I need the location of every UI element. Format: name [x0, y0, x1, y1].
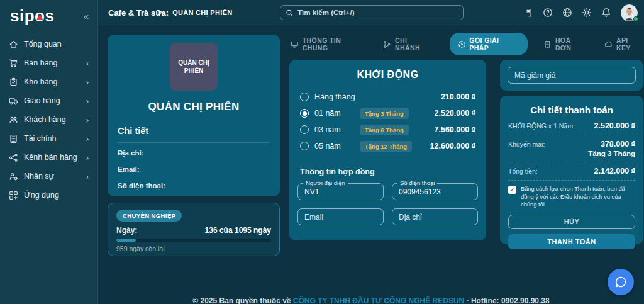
theme-sun-icon[interactable] [582, 8, 592, 18]
email-label: Email: [118, 166, 270, 173]
svg-text:$: $ [460, 42, 463, 46]
payment-title: Chi tiết thanh toán [500, 104, 643, 115]
sidebar-item-ban-hang[interactable]: Bán hàng › [0, 53, 97, 72]
discount-code-input[interactable] [508, 67, 636, 84]
plan-line-label: KHỞI ĐỘNG x 1 Năm: [508, 122, 575, 130]
solution-plan-card: KHỞI ĐỘNG Hàng tháng 210.000 ₫ 01 năm Tặ… [289, 60, 486, 240]
company-link[interactable]: CÔNG TY TNHH ĐẦU TƯ CÔNG NGHỆ REDSUN [293, 296, 464, 304]
radio-button[interactable] [300, 93, 309, 101]
option-price: 12.600.000 ₫ [430, 142, 475, 150]
search-input[interactable] [297, 9, 458, 16]
globe-icon[interactable] [562, 8, 572, 18]
phone-label: Số điện thoại: [118, 182, 270, 189]
pay-button[interactable]: THANH TOÁN [508, 234, 635, 249]
sidebar-item-kenh-ban-hang[interactable]: Kênh bán hàng › [0, 148, 97, 167]
sidebar-item-kho-hang[interactable]: Kho hàng › [0, 72, 97, 91]
option-bonus-badge: Tặng 6 Tháng [360, 125, 409, 135]
plan-line-value: 2.520.000 ₫ [594, 121, 636, 130]
promo-label: Khuyến mãi: [508, 140, 545, 148]
radio-button-selected[interactable] [300, 109, 309, 118]
logo-text: s [45, 6, 54, 26]
tab-thong-tin-chung[interactable]: THÔNG TIN CHUNG [291, 33, 367, 55]
divider [118, 142, 270, 143]
footer: © 2025 Bản quyền thuộc về CÔNG TY TNHH Đ… [98, 296, 644, 304]
option-price: 210.000 ₫ [441, 93, 475, 101]
chevron-right-icon: › [86, 97, 89, 105]
option-price: 7.560.000 ₫ [435, 125, 476, 134]
option-bonus-badge: Tặng 3 Tháng [360, 108, 409, 119]
promo-value: 378.000 ₫ [601, 140, 635, 149]
tab-hoa-don[interactable]: HOÁ ĐƠN [543, 33, 588, 55]
days-value: 136 của 1095 ngày [205, 226, 271, 235]
store-avatar: QUÁN CHỊ PHIẾN [170, 43, 218, 91]
sidebar-item-label: Kênh bán hàng [24, 153, 77, 162]
sidebar-item-giao-hang[interactable]: Giao hàng › [0, 91, 97, 110]
representative-field-wrap: Người đại diện [297, 183, 384, 200]
cloud-icon [604, 40, 613, 48]
avatar-text: PHIẾN [184, 67, 204, 75]
home-icon [9, 40, 18, 49]
plan-option-5-year[interactable]: 05 năm Tặng 12 Tháng 12.600.000 ₫ [289, 138, 486, 154]
representative-label: Người đại diện [303, 179, 348, 186]
terms-checkbox[interactable]: ✓ [508, 186, 516, 194]
chat-bubble-icon [614, 275, 628, 289]
channels-icon [9, 153, 18, 162]
email-input[interactable] [297, 208, 384, 225]
address-label: Địa chỉ: [118, 149, 270, 157]
chevron-right-icon: › [86, 172, 89, 181]
cart-icon [9, 59, 18, 68]
online-status-dot [633, 16, 638, 21]
days-progress-bar [116, 239, 271, 242]
sidebar: sipos « Tổng quan Bán hàng › Kho hàng › … [0, 0, 98, 304]
sidebar-item-nhan-su[interactable]: Nhân sự › [0, 167, 97, 186]
radio-button[interactable] [300, 142, 309, 150]
chevron-right-icon: › [86, 154, 89, 162]
total-label: Tổng tiền: [508, 167, 538, 175]
sidebar-collapse-icon[interactable]: « [84, 11, 89, 21]
sidebar-item-tong-quan[interactable]: Tổng quan [0, 35, 97, 53]
user-avatar[interactable] [621, 4, 638, 21]
chat-support-button[interactable] [608, 269, 634, 295]
help-icon[interactable] [543, 8, 553, 18]
staff-icon [9, 172, 18, 181]
sidebar-item-ung-dung[interactable]: Ứng dụng [0, 186, 97, 205]
hotline-text: - Hotline: 0902.90.90.38 [467, 296, 550, 304]
notifications-bell-icon[interactable] [601, 8, 611, 18]
customers-icon [9, 115, 18, 125]
tab-api-key[interactable]: API KEY [604, 33, 644, 55]
terms-agreement[interactable]: ✓ Bằng cách lựa chọn Thanh toán, bạn đã … [508, 185, 635, 209]
top-header: Cafe & Trà sữa: QUÁN CHỊ PHIẾN [98, 0, 644, 25]
copyright-text: © 2025 Bản quyền thuộc về [192, 296, 291, 304]
promo-note: Tặng 3 Tháng [508, 150, 635, 157]
flag-icon[interactable] [524, 8, 533, 18]
sidebar-item-khach-hang[interactable]: Khách hàng › [0, 110, 97, 129]
plan-option-1-year[interactable]: 01 năm Tặng 3 Tháng 2.520.000 ₫ [289, 105, 486, 121]
days-remaining: 959 ngày còn lại [116, 245, 271, 252]
apps-icon [9, 191, 18, 200]
sidebar-item-label: Tổng quan [24, 40, 62, 48]
tab-label: API KEY [616, 37, 644, 52]
sipos-logo[interactable]: sipos [10, 6, 54, 26]
sidebar-item-label: Bán hàng [24, 59, 58, 67]
address-input[interactable] [392, 208, 478, 225]
option-label: 05 năm [314, 142, 360, 150]
plan-option-monthly[interactable]: Hàng tháng 210.000 ₫ [289, 89, 486, 105]
global-search[interactable] [280, 5, 464, 20]
option-label: 01 năm [314, 109, 360, 118]
dashed-divider [508, 162, 635, 162]
chevron-right-icon: › [86, 116, 89, 124]
phone-field-wrap: Số điện thoại [392, 183, 478, 200]
chevron-right-icon: › [86, 135, 89, 143]
plan-option-3-year[interactable]: 03 năm Tặng 6 Tháng 7.560.000 ₫ [289, 121, 486, 138]
sidebar-item-tai-chinh[interactable]: Tài chính › [0, 129, 97, 148]
cancel-button[interactable]: HỦY [508, 215, 635, 229]
tab-chi-nhanh[interactable]: CHI NHÁNH [383, 33, 433, 55]
radio-button[interactable] [300, 125, 309, 134]
tab-goi-giai-phap[interactable]: $ GÓI GIẢI PHÁP [450, 33, 528, 55]
store-profile-card: QUÁN CHỊ PHIẾN QUÁN CHỊ PHIẾN Chi tiết Đ… [108, 35, 280, 196]
option-bonus-badge: Tặng 12 Tháng [360, 141, 412, 152]
main-content: THÔNG TIN CHUNG CHI NHÁNH $ GÓI GIẢI PHÁ… [98, 25, 644, 304]
email-field-wrap [297, 208, 384, 225]
sidebar-item-label: Giao hàng [24, 96, 60, 105]
dashed-divider [508, 180, 635, 181]
